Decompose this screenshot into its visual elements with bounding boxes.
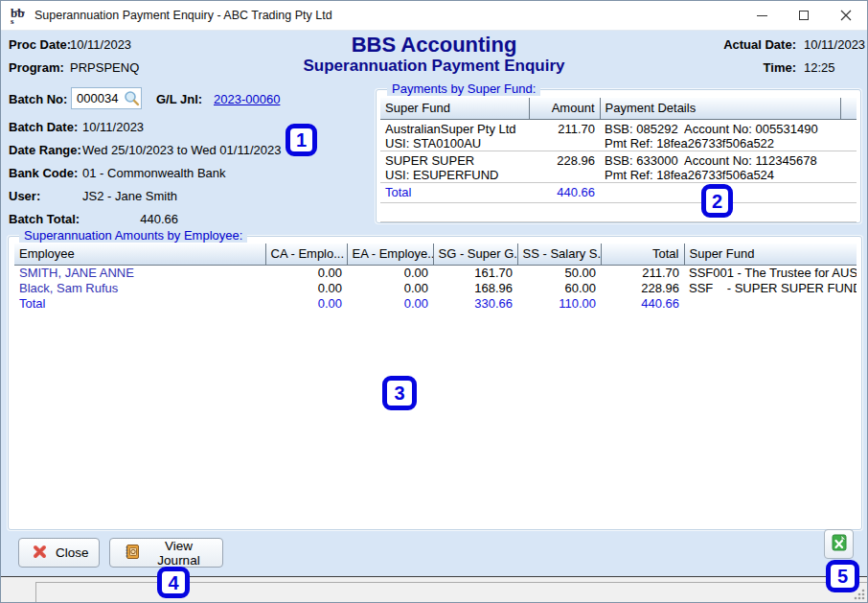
employee-panel: Superannuation Amounts by Employee: Empl… (8, 236, 862, 530)
svg-text:s: s (11, 16, 14, 26)
user-value: JS2 - Jane Smith (82, 189, 177, 203)
batch-no-field (71, 87, 142, 109)
app-window: bb s Superannuation Payment Enquiry - AB… (0, 0, 868, 603)
annotation-1: 1 (286, 124, 317, 156)
payments-empty-row (380, 202, 857, 221)
time-value: 12:25 (804, 60, 835, 75)
employee-sg: 168.96 (433, 281, 517, 296)
payment-bsb-account: BSB: 633000 Account No: 112345678 (605, 153, 835, 168)
status-bar (1, 576, 867, 602)
employee-ca: 0.00 (265, 265, 347, 281)
minimize-icon[interactable] (741, 1, 783, 30)
payment-fund-cell[interactable]: SUPER SUPERUSI: ESUPERFUND (380, 151, 529, 182)
fund-name: SUPER SUPER (385, 153, 524, 168)
payment-ref: Pmt Ref: 18fea26733f506a524 (605, 168, 835, 182)
close-button[interactable]: Close (18, 538, 100, 568)
employee-panel-title: Superannuation Amounts by Employee: (19, 228, 247, 243)
employee-name[interactable]: SMITH, JANE ANNE (14, 265, 265, 281)
view-journal-button[interactable]: View Journal (109, 538, 223, 568)
bank-code-value: 01 - Commonwealth Bank (82, 166, 226, 180)
batch-date-value: 10/11/2023 (82, 120, 144, 134)
payment-amount-cell[interactable]: 211.70 (529, 119, 600, 151)
emp-col-total[interactable]: Total (601, 244, 684, 265)
bbs-logo-icon: bb s (8, 5, 29, 26)
payments-panel: Payments by Super Fund: Super Fund Amoun… (376, 89, 861, 223)
payment-details-cell[interactable]: BSB: 085292 Account No: 005531490Pmt Ref… (600, 119, 840, 151)
payments-total-amount: 440.66 (529, 182, 600, 202)
employee-row[interactable]: SMITH, JANE ANNE 0.00 0.00 161.70 50.00 … (14, 265, 857, 281)
payments-header-row: Super Fund Amount Payment Details (380, 98, 857, 119)
emp-col-sg[interactable]: SG - Super G... (433, 244, 517, 265)
window-title: Superannuation Payment Enquiry - ABC Tra… (34, 9, 741, 22)
employee-ss: 50.00 (517, 265, 601, 281)
total-ea: 0.00 (347, 296, 433, 312)
annotation-5: 5 (826, 560, 859, 592)
emp-col-ea[interactable]: EA - Employe... (347, 244, 433, 265)
batch-no-label: Batch No: (9, 92, 67, 106)
employee-total-row: Total 0.00 0.00 330.66 110.00 440.66 (14, 296, 857, 312)
batch-total-value: 440.66 (82, 212, 178, 226)
export-to-excel-button[interactable] (824, 529, 854, 559)
fund-name: AustralianSuper Pty Ltd (385, 122, 524, 136)
annotation-3: 3 (382, 376, 417, 410)
batch-date-label: Batch Date: (9, 120, 78, 134)
annotation-4: 4 (157, 567, 190, 598)
employee-header-row: Employee CA - Emplo... EA - Employe... S… (14, 244, 857, 265)
view-journal-button-label: View Journal (148, 539, 209, 568)
emp-col-ss[interactable]: SS - Salary S... (517, 244, 601, 265)
employee-ss: 60.00 (517, 281, 601, 296)
total-sg: 330.66 (433, 296, 517, 312)
employee-total-label: Total (14, 296, 265, 312)
date-range-value: Wed 25/10/2023 to Wed 01/11/2023 (82, 143, 281, 157)
window-controls (741, 1, 867, 30)
time-label: Time: (672, 60, 796, 75)
employee-total: 228.96 (601, 281, 684, 296)
total-total: 440.66 (601, 296, 684, 312)
employee-ea: 0.00 (347, 281, 433, 296)
emp-col-ca[interactable]: CA - Emplo... (265, 244, 347, 265)
employee-ca: 0.00 (265, 281, 347, 296)
payment-fund-cell[interactable]: AustralianSuper Pty LtdUSI: STA0100AU (380, 119, 529, 151)
emp-col-super-fund[interactable]: Super Fund (684, 244, 857, 265)
maximize-icon[interactable] (783, 1, 825, 30)
total-ss: 110.00 (517, 296, 601, 312)
batch-lookup-magnifier-icon[interactable] (124, 90, 140, 106)
gl-jnl-label: G/L Jnl: (156, 92, 202, 106)
payments-panel-title: Payments by Super Fund: (387, 81, 540, 96)
payments-table: Super Fund Amount Payment Details Austra… (380, 98, 857, 222)
actual-date-value: 10/11/2023 (804, 37, 865, 52)
actual-date-label: Actual Date: (672, 37, 796, 52)
close-button-label: Close (56, 545, 89, 560)
payment-row[interactable]: SUPER SUPERUSI: ESUPERFUND 228.96 BSB: 6… (380, 151, 857, 182)
payments-col-payment-details[interactable]: Payment Details (600, 98, 840, 119)
employee-name[interactable]: Black, Sam Rufus (14, 281, 265, 296)
total-ca: 0.00 (265, 296, 347, 312)
payment-details-cell[interactable]: BSB: 633000 Account No: 112345678Pmt Ref… (600, 151, 840, 182)
gl-jnl-link[interactable]: 2023-00060 (214, 92, 280, 106)
employee-row[interactable]: Black, Sam Rufus 0.00 0.00 168.96 60.00 … (14, 281, 857, 296)
title-bar: bb s Superannuation Payment Enquiry - AB… (1, 1, 867, 31)
batch-total-label: Batch Total: (9, 212, 80, 226)
payments-total-row: Total 440.66 (380, 182, 857, 202)
employee-ea: 0.00 (347, 265, 433, 281)
annotation-2: 2 (701, 184, 733, 218)
fund-usi: USI: ESUPERFUND (385, 168, 524, 182)
payment-row[interactable]: AustralianSuper Pty LtdUSI: STA0100AU 21… (380, 119, 857, 151)
close-window-icon[interactable] (825, 1, 867, 30)
payments-col-super-fund[interactable]: Super Fund (380, 98, 529, 119)
payment-bsb-account: BSB: 085292 Account No: 005531490 (605, 122, 835, 136)
excel-file-icon (831, 534, 848, 554)
employee-table: Employee CA - Emplo... EA - Employe... S… (14, 244, 857, 312)
fund-usi: USI: STA0100AU (385, 136, 524, 151)
employee-super-fund: SSF - SUPER SUPER FUND (684, 281, 857, 296)
payments-col-amount[interactable]: Amount (529, 98, 600, 119)
emp-col-employee[interactable]: Employee (14, 244, 265, 265)
payment-amount-cell[interactable]: 228.96 (529, 151, 600, 182)
date-range-label: Date Range: (9, 143, 81, 157)
bank-code-label: Bank Code: (9, 166, 78, 180)
employee-sg: 161.70 (433, 265, 517, 281)
user-label: User: (9, 189, 40, 203)
payment-ref: Pmt Ref: 18fea26733f506a522 (605, 136, 835, 151)
journal-book-icon (124, 544, 140, 563)
employee-total: 211.70 (601, 265, 684, 281)
